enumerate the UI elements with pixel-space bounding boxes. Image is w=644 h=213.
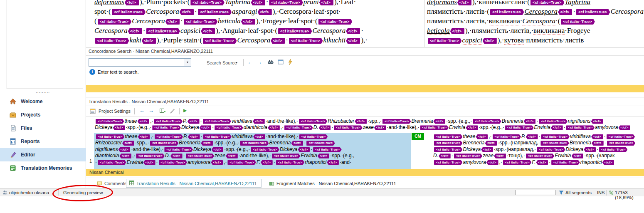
text-run: Cercospora <box>522 17 555 25</box>
toolbar-separator <box>243 59 244 66</box>
target-text-pane[interactable]: deformans</cf>),·кишеньки·слив·(<cf ital… <box>427 0 644 47</box>
format-tag-open: <cf italic=True> <box>318 19 352 25</box>
format-tag-open: <cf italic=True> <box>203 38 237 44</box>
forward-arrow-button[interactable]: → <box>148 107 154 114</box>
reports-icon <box>9 138 17 145</box>
text-run: P. <box>521 134 526 139</box>
format-tag-open: <cf italic=True> <box>526 154 554 159</box>
sidebar-item-editor[interactable]: Editor <box>0 148 86 161</box>
text-run: beticola <box>427 27 450 35</box>
format-tag-close: </cf> <box>170 154 183 159</box>
text-run: · <box>536 118 538 124</box>
text-run: · <box>604 134 606 139</box>
tab-fragment-matches[interactable]: Fragment Matches - Nissan Chemical,HARAK… <box>276 181 396 186</box>
text-run: · <box>564 124 565 130</box>
chevron-down-icon[interactable]: ▾ <box>236 61 237 64</box>
format-tag-close: </cf> <box>457 0 471 5</box>
sidebar-item-projects[interactable]: Projects <box>0 108 86 121</box>
text-run: Rhizobacter <box>95 140 122 146</box>
sidebar-item-translation-memories[interactable]: Translation Memories <box>0 161 86 175</box>
window-icon[interactable] <box>277 59 284 67</box>
sidebar-item-label: Welcome <box>21 95 42 108</box>
back-arrow-button[interactable]: ← <box>247 59 253 65</box>
segment-target-cell[interactable]: <cf italic=True>theae</cf>,·<cf italic=T… <box>433 133 644 169</box>
filter-funnel-icon[interactable] <box>559 190 564 196</box>
format-tag-open: <cf italic=True> <box>434 134 462 139</box>
translation-memories-icon <box>9 164 17 172</box>
format-tag-close: </cf> <box>318 154 330 159</box>
text-run: ),· <box>498 36 504 44</box>
format-tag-open: <cf italic=True> <box>96 119 124 124</box>
toolbar-separator <box>134 108 135 114</box>
text-run: viridiflava <box>232 118 252 124</box>
concordance-search-input[interactable] <box>89 59 183 66</box>
concordance-search-combobox[interactable]: ▾ <box>89 58 191 67</box>
status-separator <box>594 190 594 196</box>
format-tag-open: <cf italic=True> <box>98 160 126 165</box>
format-tag-open: <cf italic=True> <box>190 0 224 5</box>
display-filter-input[interactable] <box>516 190 555 195</box>
splitter-grip[interactable]: ......... <box>0 89 86 94</box>
text-run: ·тощо),· <box>507 153 525 159</box>
text-line: <cf italic=True>theae</cf>,·<cf italic=T… <box>433 134 644 140</box>
text-run: ·spp.,· <box>368 118 382 124</box>
format-tag-close: </cf> <box>251 0 265 5</box>
insert-mode-indicator: INS <box>597 190 605 195</box>
tab-translation-results[interactable]: Translation Results - Nissan Chemical,HA… <box>126 179 262 188</box>
text-run: ,· <box>281 124 284 130</box>
sidebar-item-welcome[interactable]: Welcome <box>0 95 86 108</box>
text-run: kikuchii <box>323 36 345 44</box>
forward-arrow-button[interactable]: → <box>257 59 262 65</box>
sidebar-item-files[interactable]: Files <box>0 121 86 135</box>
text-run: nigrifluens <box>568 118 591 124</box>
search-source-button[interactable]: Search Source <box>207 60 237 65</box>
text-run: ·spp.·(наприк <box>584 153 614 159</box>
text-run: D. <box>433 153 438 159</box>
segment-filter-label[interactable]: All segments <box>565 190 592 195</box>
text-run: Erwinia <box>555 153 571 159</box>
text-line: (<cf italic=True>Cercospora</cf>·<cf ita… <box>94 16 425 26</box>
sidebar-item-reports[interactable]: Reports <box>0 135 86 148</box>
text-run: kaki <box>129 36 141 44</box>
expand-arrow-icon[interactable]: ▶ <box>183 108 187 113</box>
format-tag-close: </cf> <box>374 125 386 130</box>
format-tag-close: </cf> <box>592 141 604 146</box>
text-run: theae <box>463 134 475 139</box>
text-run: ·( <box>525 0 530 6</box>
text-line: dianthicola</cf>,·<cf italic=True>D.</cf… <box>95 153 410 159</box>
format-tag-open: <cf italic=True> <box>227 160 256 165</box>
text-run: · <box>286 36 288 44</box>
back-arrow-button[interactable]: ← <box>139 107 145 114</box>
text-run: Dickeya <box>463 146 481 152</box>
text-run: Brenneria <box>570 140 591 146</box>
source-text-pane[interactable]: deformans</cf>),·Plum·pockets·(<cf itali… <box>94 0 425 47</box>
text-run: amylovora <box>595 124 618 130</box>
text-run: capsici <box>180 27 200 35</box>
sidebar-item-label: Files <box>21 121 32 135</box>
text-run: Cercospora <box>146 7 179 15</box>
status-message: Generating preview <box>63 190 103 195</box>
text-line: Rhizobacter</cf>·spp.,·<cf italic=True>B… <box>95 140 410 146</box>
format-tag-close: </cf> <box>450 28 464 34</box>
text-line: deformans</cf>),·кишеньки·слив·(<cf ital… <box>427 0 644 7</box>
project-settings-button[interactable]: Project Settings <box>99 109 131 114</box>
concordance-binoculars-icon[interactable] <box>267 59 274 67</box>
project-settings-icon[interactable] <box>89 108 96 116</box>
segment-source-cell[interactable]: <cf italic=True>theae</cf>,·<cf italic=T… <box>94 133 411 169</box>
text-run: theae <box>125 134 137 139</box>
format-tag-close: </cf> <box>118 147 131 152</box>
text-line: плямистість·листів,·викликана·Cercospora… <box>427 16 644 26</box>
lightning-icon[interactable] <box>287 59 294 67</box>
format-tag-close: </cf> <box>268 125 280 130</box>
chevron-down-icon[interactable]: ▾ <box>184 59 191 66</box>
text-run: ),· <box>472 0 479 6</box>
format-tag-close: </cf> <box>483 38 497 44</box>
format-tag-close: </cf> <box>212 147 224 152</box>
text-run: Brenneria <box>411 118 433 124</box>
format-tag-close: </cf> <box>165 19 180 25</box>
segment-row[interactable]: 1 <cf italic=True>theae</cf>,·<cf italic… <box>86 133 644 169</box>
text-run: плямистість·листів,· <box>427 17 489 25</box>
format-tag-open: <cf italic=True> <box>428 38 461 44</box>
auto-propagate-wand-icon[interactable] <box>169 108 176 116</box>
apply-translation-grid-icon[interactable] <box>159 108 166 116</box>
